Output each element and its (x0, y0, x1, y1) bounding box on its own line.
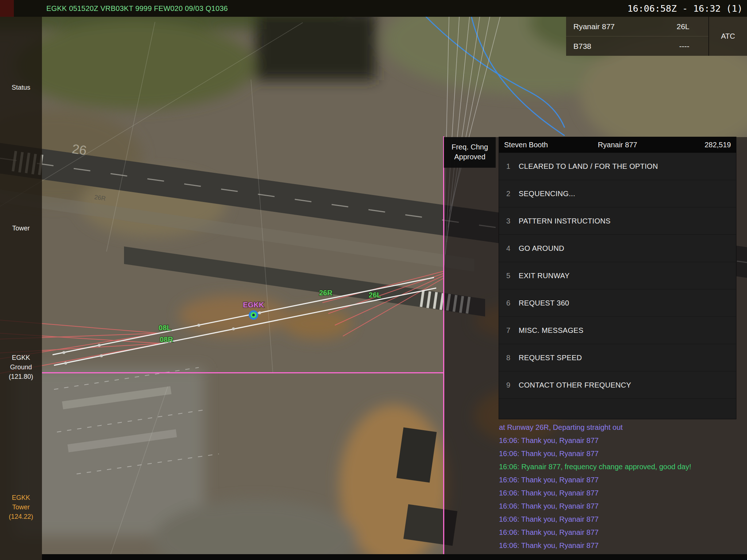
menu-item-misc-messages[interactable]: 7 MISC. MESSAGES (499, 317, 736, 344)
flight-strip-row-bottom: B738 ---- (566, 36, 708, 56)
clock-display: 16:06:58Z - 16:32 (1) (627, 3, 743, 14)
flight-strip-row-top: Ryanair 877 26L (566, 17, 708, 36)
atc-sim-screen: 26 26R (0, 0, 747, 560)
runway-label-26L: 26L (369, 291, 381, 299)
strip-callsign: Ryanair 877 (573, 22, 615, 31)
sidebar-item-tower-view[interactable]: Tower (0, 223, 42, 233)
runway-painted-number: 26 (71, 141, 88, 158)
selected-callsign: Ryanair 877 (580, 141, 655, 149)
chat-line: 16:06: Thank you, Ryanair 877 (499, 526, 741, 539)
menu-item-request-speed[interactable]: 8 REQUEST SPEED (499, 344, 736, 372)
menu-item-sequencing[interactable]: 2 SEQUENCING... (499, 180, 736, 207)
command-menu: Steven Booth Ryanair 877 282,519 1 CLEAR… (499, 137, 736, 419)
sidebar: Status Tower EGKK Ground (121.80) EGKK T… (0, 17, 42, 560)
menu-item-label: GO AROUND (519, 244, 564, 253)
menu-item-number: 2 (506, 190, 519, 198)
sidebar-item-tower-frequency[interactable]: EGKK Tower (124.22) (0, 493, 42, 521)
chat-line: 16:06: Thank you, Ryanair 877 (499, 434, 741, 447)
strip-squawk: ---- (679, 42, 689, 51)
chat-line: 16:06: Thank you, Ryanair 877 (499, 473, 741, 486)
menu-item-go-around[interactable]: 4 GO AROUND (499, 235, 736, 262)
menu-item-number: 1 (506, 162, 519, 171)
runway-label-08L: 08L (159, 324, 171, 332)
atc-button[interactable]: ATC (708, 17, 747, 56)
metar-text: EGKK 051520Z VRB03KT 9999 FEW020 09/03 Q… (46, 4, 228, 13)
menu-item-number: 3 (506, 217, 519, 225)
runway-label-26R: 26R (319, 289, 333, 297)
menu-item-number: 9 (506, 381, 519, 389)
topbar-corner-patch (0, 0, 14, 17)
menu-item-number: 7 (506, 326, 519, 335)
chat-line: 16:06: Ryanair 877, frequency change app… (499, 460, 741, 473)
sidebar-item-ground-frequency[interactable]: EGKK Ground (121.80) (0, 353, 42, 381)
chat-line: 16:06: Thank you, Ryanair 877 (499, 513, 741, 526)
menu-item-label: EXIT RUNWAY (519, 272, 570, 280)
strip-aircraft-type: B738 (573, 42, 591, 51)
view-boundary-horizontal-line (42, 372, 444, 373)
menu-item-label: PATTERN INSTRUCTIONS (519, 217, 611, 225)
chat-log: ready for takeoff at Runway 26R, Departi… (499, 408, 741, 560)
menu-item-exit-runway[interactable]: 5 EXIT RUNWAY (499, 262, 736, 289)
menu-item-label: REQUEST 360 (519, 299, 569, 307)
freq-change-status-tag[interactable]: Freq. Chng Approved (444, 137, 496, 168)
view-boundary-vertical-line (443, 136, 444, 560)
command-input-bar[interactable] (42, 554, 747, 560)
airport-code-label: EGKK (243, 301, 264, 309)
menu-item-number: 6 (506, 299, 519, 307)
runway-label-08R: 08R (160, 335, 173, 343)
flight-strip-info: Ryanair 877 26L B738 ---- (566, 17, 708, 56)
score-display: 282,519 (655, 141, 731, 149)
menu-item-label: CONTACT OTHER FREQUENCY (519, 381, 631, 389)
menu-item-cleared-to-land[interactable]: 1 CLEARED TO LAND / FOR THE OPTION (499, 153, 736, 180)
strip-runway: 26L (677, 22, 689, 31)
chat-line: 16:06: Thank you, Ryanair 877 (499, 486, 741, 499)
menu-item-request-360[interactable]: 6 REQUEST 360 (499, 289, 736, 317)
chat-line: 16:06: Thank you, Ryanair 877 (499, 499, 741, 513)
menu-item-label: CLEARED TO LAND / FOR THE OPTION (519, 162, 658, 171)
menu-item-label: MISC. MESSAGES (519, 326, 584, 335)
menu-item-number: 4 (506, 244, 519, 253)
chat-line: at Runway 26R, Departing straight out (499, 421, 741, 434)
menu-item-number: 8 (506, 354, 519, 362)
flight-strip[interactable]: Ryanair 877 26L B738 ---- ATC (566, 17, 747, 56)
chat-line: 16:06: Thank you, Ryanair 877 (499, 539, 741, 552)
command-menu-header: Steven Booth Ryanair 877 282,519 (499, 137, 736, 153)
menu-item-label: SEQUENCING... (519, 190, 575, 198)
menu-item-pattern-instructions[interactable]: 3 PATTERN INSTRUCTIONS (499, 207, 736, 235)
top-status-bar: EGKK 051520Z VRB03KT 9999 FEW020 09/03 Q… (0, 0, 747, 17)
menu-item-contact-other-frequency[interactable]: 9 CONTACT OTHER FREQUENCY (499, 372, 736, 399)
menu-item-number: 5 (506, 272, 519, 280)
chat-line: 16:06: Thank you, Ryanair 877 (499, 447, 741, 460)
controller-name: Steven Booth (504, 141, 580, 149)
menu-item-label: REQUEST SPEED (519, 354, 582, 362)
sidebar-item-status[interactable]: Status (0, 83, 42, 92)
